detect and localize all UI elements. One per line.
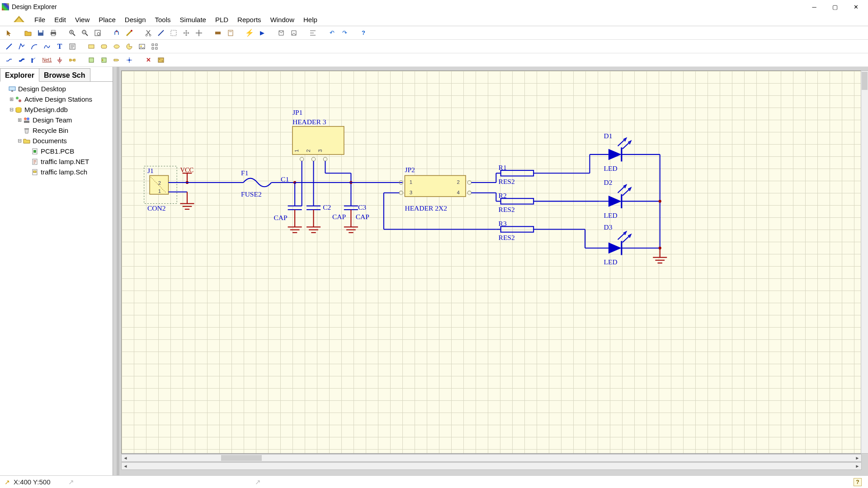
tree-documents[interactable]: ⊟ Documents xyxy=(0,136,113,146)
help-icon[interactable]: ? xyxy=(358,28,369,38)
junction-tool-icon[interactable] xyxy=(124,55,135,66)
tree-mydesign[interactable]: ⊟ MyDesign.ddb xyxy=(0,104,113,115)
bezier-tool-icon[interactable] xyxy=(42,41,52,52)
menu-help[interactable]: Help xyxy=(299,13,322,26)
browse-down-icon[interactable] xyxy=(276,28,287,38)
tree-file-pcb[interactable]: PCB1.PCB xyxy=(0,146,113,156)
maximize-button[interactable]: ▢ xyxy=(825,0,845,14)
component-jp1[interactable]: JP1 HEADER 3 1 2 3 xyxy=(292,108,344,161)
zoom-window-icon[interactable] xyxy=(92,28,103,38)
busentry-tool-icon[interactable] xyxy=(29,55,40,66)
cut-icon[interactable] xyxy=(143,28,154,38)
component-c1[interactable]: C1 CAP xyxy=(274,175,302,227)
gnd-tool-icon[interactable] xyxy=(54,55,65,66)
outer-horizontal-scrollbar[interactable]: ◄ ► xyxy=(121,462,862,470)
menu-edit[interactable]: Edit xyxy=(50,13,71,26)
rect-tool-icon[interactable] xyxy=(86,41,97,52)
menu-tools[interactable]: Tools xyxy=(151,13,175,26)
select-area-icon[interactable] xyxy=(168,28,179,38)
component-d3[interactable]: D3 LED xyxy=(585,223,660,266)
expand-icon[interactable]: ⊞ xyxy=(16,117,23,123)
tree-file-sch[interactable]: traffic lamp.Sch xyxy=(0,167,113,177)
tab-explorer[interactable]: Explorer xyxy=(0,68,39,82)
deselect-icon[interactable] xyxy=(193,28,204,38)
zoom-out-icon[interactable] xyxy=(80,28,90,38)
menu-design[interactable]: Design xyxy=(120,13,151,26)
tree-active-stations[interactable]: ⊞ Active Design Stations xyxy=(0,94,113,104)
print-icon[interactable] xyxy=(48,28,59,38)
netlabel-tool-icon[interactable]: Net1 xyxy=(42,55,52,66)
sheetentry-tool-icon[interactable] xyxy=(99,55,109,66)
status-help-icon[interactable]: ? xyxy=(854,478,862,486)
tree-root[interactable]: Design Desktop xyxy=(0,84,113,94)
hierarchy-up-icon[interactable] xyxy=(111,28,122,38)
menu-pld[interactable]: PLD xyxy=(211,13,233,26)
noErc-tool-icon[interactable]: ✕ xyxy=(143,55,154,66)
zoom-in-icon[interactable] xyxy=(67,28,78,38)
annotate-icon[interactable] xyxy=(225,28,236,38)
menu-view[interactable]: View xyxy=(71,13,94,26)
menu-window[interactable]: Window xyxy=(266,13,299,26)
component-r3[interactable]: R3 RES2 xyxy=(496,220,585,241)
scroll-right-icon[interactable]: ► xyxy=(854,463,861,469)
redo-icon[interactable]: ↷ xyxy=(339,28,350,38)
move-icon[interactable] xyxy=(181,28,192,38)
ellipse-tool-icon[interactable] xyxy=(111,41,122,52)
bus-tool-icon[interactable] xyxy=(16,55,27,66)
schematic-canvas[interactable]: J1 CON2 2 1 VCC xyxy=(121,70,862,454)
toggle-units-icon[interactable] xyxy=(212,28,223,38)
component-f1[interactable]: F1 FUSE2 xyxy=(241,169,271,198)
horizontal-scrollbar[interactable]: ◄ ► xyxy=(121,454,862,462)
open-icon[interactable] xyxy=(23,28,33,38)
array-tool-icon[interactable] xyxy=(149,41,160,52)
minimize-button[interactable]: ─ xyxy=(804,0,825,14)
tree-file-net[interactable]: traffic lamp.NET xyxy=(0,156,113,167)
save-icon[interactable] xyxy=(35,28,46,38)
tab-browse-sch[interactable]: Browse Sch xyxy=(39,68,90,81)
browse-up-icon[interactable] xyxy=(288,28,299,38)
vertical-scrollbar[interactable] xyxy=(861,70,868,454)
menu-file[interactable]: File xyxy=(30,13,50,26)
menu-simulate[interactable]: Simulate xyxy=(175,13,211,26)
expand-icon[interactable]: ⊞ xyxy=(8,96,14,102)
tree-design-team[interactable]: ⊞ Design Team xyxy=(0,115,113,125)
component-c3[interactable]: C3 CAP xyxy=(344,181,369,227)
undo-icon[interactable]: ↶ xyxy=(326,28,337,38)
component-jp2[interactable]: JP2 HEADER 2X2 1 2 3 4 xyxy=(399,166,471,212)
close-button[interactable]: ✕ xyxy=(845,0,866,14)
text-tool-icon[interactable]: T xyxy=(54,41,65,52)
image-tool-icon[interactable] xyxy=(137,41,147,52)
component-c2[interactable]: C2 CAP xyxy=(307,203,346,227)
component-r1[interactable]: R1 RES2 xyxy=(496,164,590,185)
collapse-icon[interactable]: ⊟ xyxy=(8,107,14,113)
component-d1[interactable]: D1 LED xyxy=(590,132,660,174)
splitter[interactable] xyxy=(117,67,119,475)
pie-tool-icon[interactable] xyxy=(124,41,135,52)
line-tool-icon[interactable] xyxy=(4,41,14,52)
tree-recycle-bin[interactable]: Recycle Bin xyxy=(0,125,113,136)
select-tool-icon[interactable] xyxy=(4,28,14,38)
textframe-tool-icon[interactable] xyxy=(67,41,78,52)
scroll-right-icon[interactable]: ► xyxy=(854,455,861,461)
cross-probe-icon[interactable] xyxy=(124,28,135,38)
align-icon[interactable] xyxy=(307,28,318,38)
power-icon[interactable]: ⚡ xyxy=(244,28,255,38)
component-r2[interactable]: R2 RES2 xyxy=(496,192,599,213)
collapse-icon[interactable]: ⊟ xyxy=(16,138,23,144)
polygon-tool-icon[interactable] xyxy=(16,41,27,52)
roundrect-tool-icon[interactable] xyxy=(99,41,109,52)
pcblayout-tool-icon[interactable] xyxy=(156,55,166,66)
component-j1[interactable]: J1 CON2 2 1 xyxy=(144,166,177,212)
scroll-left-icon[interactable]: ◄ xyxy=(122,455,129,461)
scroll-left-icon[interactable]: ◄ xyxy=(122,463,129,469)
wire-tool-icon[interactable] xyxy=(4,55,14,66)
port-tool-icon[interactable] xyxy=(111,55,122,66)
menu-reports[interactable]: Reports xyxy=(233,13,266,26)
arc-tool-icon[interactable] xyxy=(29,41,40,52)
part-tool-icon[interactable] xyxy=(67,55,78,66)
sheet-tool-icon[interactable] xyxy=(86,55,97,66)
run-icon[interactable]: ▶ xyxy=(257,28,268,38)
wire-icon[interactable] xyxy=(156,28,166,38)
component-d2[interactable]: D2 LED xyxy=(599,178,660,219)
menu-place[interactable]: Place xyxy=(94,13,120,26)
